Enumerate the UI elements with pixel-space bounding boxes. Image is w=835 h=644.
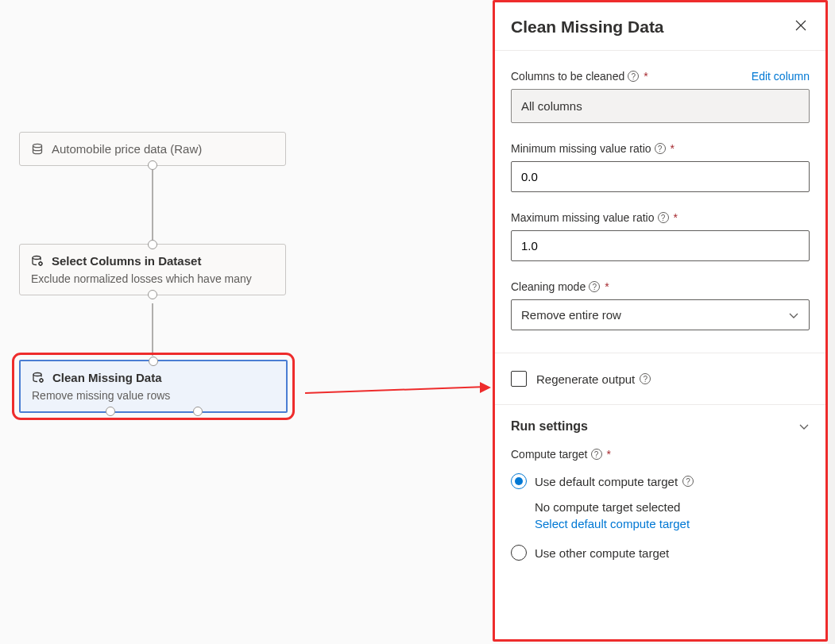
help-icon[interactable]: ?	[658, 212, 669, 223]
svg-point-3	[33, 372, 41, 376]
cleaning-mode-label: Cleaning mode ? *	[511, 280, 810, 293]
required-indicator: *	[644, 70, 648, 83]
scrollbar[interactable]	[828, 0, 835, 644]
chevron-down-icon	[788, 310, 799, 321]
node-subtitle: Exclude normalized losses which have man…	[31, 272, 274, 285]
svg-point-2	[39, 262, 42, 265]
node-subtitle: Remove missing value rows	[32, 389, 275, 402]
compute-target-label: Compute target ? *	[511, 448, 810, 461]
columns-value[interactable]: All columns	[511, 89, 810, 123]
connector	[145, 165, 160, 245]
max-ratio-label: Maximum missing value ratio ? *	[511, 211, 810, 224]
radio-other-compute[interactable]: Use other compute target	[511, 545, 810, 561]
database-gear-icon	[32, 372, 44, 384]
node-automobile-data[interactable]: Automobile price data (Raw)	[19, 132, 286, 166]
radio-default-compute[interactable]: Use default compute target ?	[511, 473, 810, 489]
help-icon[interactable]: ?	[682, 476, 694, 487]
required-indicator: *	[674, 211, 678, 224]
node-title: Automobile price data (Raw)	[52, 142, 202, 156]
help-icon[interactable]: ?	[640, 373, 651, 384]
min-ratio-input[interactable]	[511, 161, 810, 192]
input-port[interactable]	[148, 240, 157, 249]
radio-button[interactable]	[511, 545, 527, 561]
max-ratio-input[interactable]	[511, 230, 810, 261]
svg-point-4	[40, 379, 43, 382]
required-indicator: *	[605, 280, 609, 293]
output-port[interactable]	[106, 407, 115, 416]
svg-point-1	[33, 256, 41, 259]
regenerate-label: Regenerate output ?	[536, 372, 651, 386]
database-icon	[31, 143, 44, 156]
edit-column-link[interactable]: Edit column	[752, 70, 810, 83]
svg-point-0	[33, 144, 42, 147]
select-compute-link[interactable]: Select default compute target	[535, 517, 810, 530]
required-indicator: *	[671, 142, 675, 155]
node-select-columns[interactable]: Select Columns in Dataset Exclude normal…	[19, 244, 286, 295]
callout-arrow-head	[480, 382, 491, 393]
help-icon[interactable]: ?	[591, 449, 602, 460]
chevron-down-icon[interactable]	[798, 421, 810, 432]
help-icon[interactable]: ?	[655, 143, 666, 154]
node-clean-missing-data[interactable]: Clean Missing Data Remove missing value …	[19, 360, 288, 413]
output-port[interactable]	[148, 160, 157, 170]
panel-title: Clean Missing Data	[511, 17, 664, 37]
columns-label: Columns to be cleaned ? *	[511, 70, 648, 83]
cleaning-mode-value: Remove entire row	[521, 308, 621, 322]
database-gear-icon	[31, 255, 44, 268]
radio-other-label: Use other compute target	[535, 546, 669, 560]
properties-panel: Clean Missing Data Columns to be cleaned…	[493, 0, 828, 642]
node-title: Clean Missing Data	[52, 371, 162, 384]
help-icon[interactable]: ?	[589, 281, 600, 292]
connector	[145, 299, 160, 361]
no-compute-text: No compute target selected	[535, 500, 810, 514]
node-title: Select Columns in Dataset	[52, 254, 201, 268]
cleaning-mode-select[interactable]: Remove entire row	[511, 299, 810, 330]
pipeline-canvas[interactable]: Automobile price data (Raw) Select Colum…	[0, 0, 489, 644]
output-port[interactable]	[193, 407, 203, 416]
help-icon[interactable]: ?	[628, 71, 639, 82]
min-ratio-label: Minimum missing value ratio ? *	[511, 142, 810, 155]
close-button[interactable]	[792, 17, 810, 37]
required-indicator: *	[607, 448, 611, 461]
radio-default-label: Use default compute target	[535, 475, 678, 488]
radio-button[interactable]	[511, 473, 527, 489]
regenerate-checkbox[interactable]	[511, 371, 527, 387]
callout-arrow	[305, 386, 481, 394]
output-port[interactable]	[148, 290, 157, 299]
run-settings-heading: Run settings	[511, 419, 588, 434]
input-port[interactable]	[149, 357, 158, 366]
